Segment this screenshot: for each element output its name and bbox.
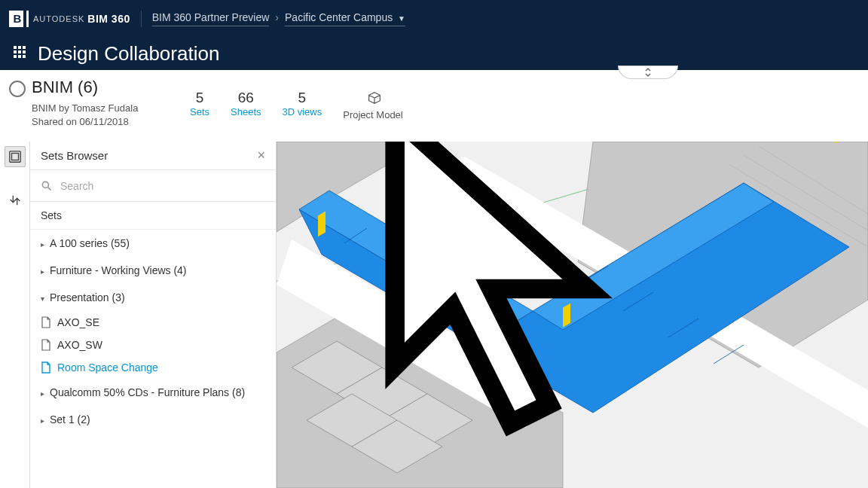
split-area: Sets Browser × Sets ▸A 100 series (55) ▸… (0, 142, 868, 488)
tree-presentation-label: Presentation (3) (50, 291, 125, 303)
collapsed-arrow-icon: ▸ (41, 389, 48, 398)
sheet-icon (41, 361, 51, 374)
svg-point-2 (42, 181, 48, 188)
package-byline: BNIM by Tomasz Fudala (32, 102, 182, 115)
rail-sets-browser-button[interactable] (5, 146, 26, 167)
leaf-axo-se[interactable]: AXO_SE (30, 311, 276, 334)
breadcrumb-account[interactable]: BIM 360 Partner Preview (152, 11, 270, 26)
breadcrumb-project[interactable]: Pacific Center Campus ▼ (285, 11, 405, 26)
tree-qualcomm[interactable]: ▸Qualcomm 50% CDs - Furniture Plans (8) (30, 379, 276, 406)
left-rail (0, 142, 30, 488)
tree-a100-label: A 100 series (55) (50, 237, 130, 249)
stat-3dviews-count: 5 (283, 90, 322, 106)
divider (141, 11, 142, 27)
collapsed-arrow-icon: ▸ (41, 267, 48, 276)
cursor-icon (277, 142, 806, 443)
tree-a100[interactable]: ▸A 100 series (55) (30, 230, 276, 257)
stat-sets[interactable]: 5 Sets (190, 90, 209, 117)
bim360-logo-icon: B (9, 11, 26, 27)
timeline-toggle-handle[interactable] (618, 66, 678, 79)
tree-furniture-label: Furniture - Working Views (4) (50, 264, 187, 276)
close-icon[interactable]: × (257, 148, 265, 163)
sets-browser-panel: Sets Browser × Sets ▸A 100 series (55) ▸… (30, 142, 277, 488)
search-input[interactable] (60, 180, 265, 192)
sheet-icon (41, 316, 51, 328)
package-stats: 5 Sets 66 Sheets 5 3D views Project Mode… (190, 90, 403, 120)
brand-autodesk: AUTODESK (33, 14, 84, 23)
tree-furniture[interactable]: ▸Furniture - Working Views (4) (30, 257, 276, 284)
sets-section-header: Sets (30, 202, 276, 230)
sheet-icon (41, 339, 51, 351)
tree-set1-label: Set 1 (2) (50, 413, 90, 425)
package-shared-date: Shared on 06/11/2018 (32, 115, 182, 129)
brand-bim360: BIM 360 (87, 13, 130, 25)
leaf-axo-se-label: AXO_SE (57, 316, 99, 328)
rail-changes-button[interactable] (5, 190, 26, 211)
breadcrumb-project-label: Pacific Center Campus (285, 11, 393, 23)
stat-sheets-count: 66 (231, 90, 261, 106)
stat-3dviews[interactable]: 5 3D views (283, 90, 322, 117)
tree-qualcomm-label: Qualcomm 50% CDs - Furniture Plans (8) (50, 386, 245, 398)
stat-sets-count: 5 (190, 90, 209, 106)
stat-3dviews-label: 3D views (283, 106, 322, 117)
stat-sheets[interactable]: 66 Sheets (231, 90, 261, 117)
module-title: Design Collaboration (38, 42, 219, 66)
collapsed-arrow-icon: ▸ (41, 240, 48, 249)
leaf-room-space-change[interactable]: Room Space Change (30, 356, 276, 379)
cube-icon (366, 90, 380, 103)
tree-presentation[interactable]: ▾Presentation (3) (30, 284, 276, 311)
package-status-icon (9, 81, 26, 97)
model-viewer[interactable] (277, 142, 868, 488)
stat-project-model[interactable]: Project Model (343, 90, 402, 120)
leaf-room-space-change-label: Room Space Change (57, 361, 158, 374)
stat-project-model-label: Project Model (343, 109, 402, 120)
module-bar: Design Collaboration (0, 37, 868, 70)
leaf-axo-sw[interactable]: AXO_SW (30, 334, 276, 356)
stat-sets-label: Sets (190, 106, 209, 117)
breadcrumb-separator: › (275, 11, 279, 26)
panel-title: Sets Browser (41, 149, 108, 162)
search-row[interactable] (30, 170, 276, 202)
svg-rect-1 (11, 154, 18, 160)
stat-sheets-label: Sheets (231, 106, 261, 117)
leaf-axo-sw-label: AXO_SW (57, 339, 102, 351)
panel-header: Sets Browser × (30, 142, 276, 170)
module-switcher-icon[interactable] (14, 46, 29, 61)
expanded-arrow-icon: ▾ (41, 294, 48, 303)
app-header: B AUTODESK BIM 360 BIM 360 Partner Previ… (0, 0, 868, 37)
package-header: BNIM (6) BNIM by Tomasz Fudala Shared on… (0, 70, 868, 142)
collapsed-arrow-icon: ▸ (41, 416, 48, 425)
search-icon (41, 180, 53, 192)
content-area: BNIM (6) BNIM by Tomasz Fudala Shared on… (0, 70, 868, 488)
package-title: BNIM (6) (32, 78, 182, 97)
tree-set1[interactable]: ▸Set 1 (2) (30, 406, 276, 433)
chevron-down-icon: ▼ (398, 14, 405, 23)
